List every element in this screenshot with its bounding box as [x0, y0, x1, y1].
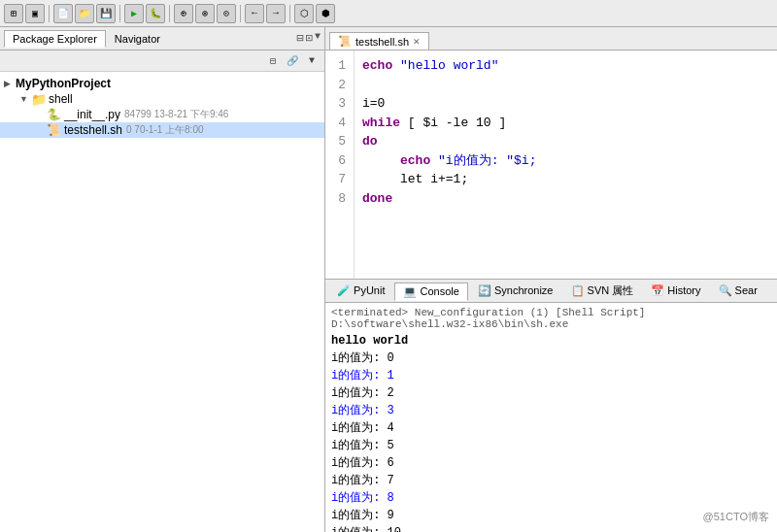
console-tab-console-label: Console: [421, 285, 459, 297]
tree-project[interactable]: ▶ MyPythonProject: [0, 76, 324, 91]
console-line-10: i的值为: 9: [331, 507, 771, 524]
file-init-label: __init__.py: [64, 108, 120, 121]
left-tabs: Package Explorer Navigator ⊟ ⊡ ▼: [0, 27, 324, 50]
maximize-icon[interactable]: ⊡: [306, 31, 313, 46]
collapse-all-btn[interactable]: ⊟: [264, 52, 282, 70]
code-do: do: [362, 134, 378, 149]
toolbar: ⊞ ▣ 📄 📁 💾 ▶ 🐛 ⊕ ⊗ ⊙ ← → ⬡ ⬢: [0, 0, 777, 27]
console-tab-svn-label: SVN 属性: [588, 284, 634, 296]
folder-arrow: ▼: [19, 94, 31, 104]
toolbar-sep-3: [169, 5, 170, 22]
tab-package-explorer[interactable]: Package Explorer: [4, 30, 106, 48]
toolbar-btn-open[interactable]: 📁: [75, 4, 94, 23]
toolbar-btn-save[interactable]: 💾: [96, 4, 116, 23]
console-icon: 💻: [403, 285, 417, 297]
console-line-8: i的值为: 7: [331, 472, 771, 489]
toolbar-btn-2[interactable]: ▣: [25, 4, 45, 23]
editor-tab-icon: 📜: [338, 35, 352, 48]
toolbar-btn-1[interactable]: ⊞: [4, 4, 23, 23]
line-num-8: 8: [329, 189, 346, 209]
tree-file-init[interactable]: 🐍 __init__.py 84799 13-8-21 下午9:46: [0, 107, 324, 122]
file-testshell-meta: 0 70-1-1 上午8:00: [126, 123, 204, 137]
history-icon: 📅: [651, 284, 664, 296]
right-panel: 📜 testshell.sh ✕ 1 2 3 4 5 6 7 8 echo "h…: [325, 27, 777, 532]
code-while-cond: [ $i -le 10 ]: [400, 116, 506, 130]
toolbar-btn-new[interactable]: 📄: [53, 4, 73, 23]
code-done: done: [362, 191, 392, 206]
toolbar-btn-7[interactable]: ⊙: [217, 4, 236, 23]
console-content: <terminated> New_configuration (1) [Shel…: [325, 303, 777, 532]
python-file-icon: 🐍: [47, 108, 62, 121]
toolbar-sep-5: [289, 5, 290, 22]
chevron-down-icon[interactable]: ▼: [315, 31, 321, 46]
console-tabs: 🧪 PyUnit 💻 Console 🔄 Synchronize 📋 SVN 属…: [325, 280, 777, 303]
folder-shell-label: shell: [49, 92, 73, 106]
toolbar-sep-2: [119, 5, 120, 22]
console-tab-sync-label: Synchronize: [494, 284, 554, 296]
file-testshell-label: testshell.sh: [64, 123, 122, 137]
toolbar-btn-debug[interactable]: 🐛: [146, 4, 165, 23]
editor-tab-testshell[interactable]: 📜 testshell.sh ✕: [329, 32, 429, 50]
console-tab-search[interactable]: 🔍 Sear: [711, 283, 765, 299]
left-tab-actions: ⊟ ⊡ ▼: [297, 31, 321, 46]
main-layout: Package Explorer Navigator ⊟ ⊡ ▼ ⊟ 🔗 ▼ ▶…: [0, 27, 777, 532]
console-tab-svn[interactable]: 📋 SVN 属性: [563, 282, 642, 300]
code-str-6: "i的值为: "$i;: [438, 153, 536, 168]
svn-icon: 📋: [571, 284, 585, 296]
console-line-2: i的值为: 1: [331, 367, 771, 384]
toolbar-btn-8[interactable]: ⬡: [294, 4, 314, 23]
search-icon: 🔍: [719, 284, 732, 296]
code-str-1: "hello world": [400, 58, 498, 73]
console-line-5: i的值为: 4: [331, 419, 771, 437]
tab-navigator-label: Navigator: [115, 33, 160, 45]
console-line-0: hello world: [331, 332, 771, 349]
code-editor[interactable]: 1 2 3 4 5 6 7 8 echo "hello world" i=0 w…: [325, 50, 777, 279]
project-label: MyPythonProject: [16, 77, 111, 90]
line-num-4: 4: [329, 114, 346, 133]
code-while: while: [362, 116, 400, 130]
toolbar-btn-back[interactable]: ←: [245, 4, 264, 23]
console-line-9: i的值为: 8: [331, 489, 771, 507]
toolbar-sep-1: [49, 5, 50, 22]
code-echo-1: echo: [362, 58, 392, 73]
tree-file-testshell[interactable]: 📜 testshell.sh 0 70-1-1 上午8:00: [0, 122, 324, 138]
editor-tab-label: testshell.sh: [355, 36, 409, 48]
code-let: let i+=1;: [362, 172, 468, 186]
toolbar-btn-run[interactable]: ▶: [124, 4, 144, 23]
toolbar-btn-5[interactable]: ⊕: [174, 4, 193, 23]
code-indent-6: [362, 153, 400, 168]
console-tab-history-label: History: [667, 284, 700, 296]
code-echo-6: echo: [400, 153, 430, 168]
editor-tabs: 📜 testshell.sh ✕: [325, 27, 777, 50]
menu-btn[interactable]: ▼: [303, 52, 321, 70]
toolbar-btn-6[interactable]: ⊗: [195, 4, 215, 23]
console-header: <terminated> New_configuration (1) [Shel…: [331, 307, 771, 330]
toolbar-btn-9[interactable]: ⬢: [316, 4, 335, 23]
console-line-6: i的值为: 5: [331, 437, 771, 454]
editor-area: 📜 testshell.sh ✕ 1 2 3 4 5 6 7 8 echo "h…: [325, 27, 777, 280]
tree-folder-shell[interactable]: ▼ 📁 shell: [0, 91, 324, 107]
console-tab-pyunit[interactable]: 🧪 PyUnit: [329, 283, 392, 299]
shell-file-icon: 📜: [47, 123, 62, 137]
console-tab-console[interactable]: 💻 Console: [394, 283, 467, 301]
tab-navigator[interactable]: Navigator: [106, 30, 169, 48]
tab-package-explorer-label: Package Explorer: [13, 33, 97, 45]
tab-close-btn[interactable]: ✕: [413, 37, 421, 47]
file-init-meta: 84799 13-8-21 下午9:46: [124, 108, 228, 121]
line-num-5: 5: [329, 132, 346, 151]
console-tab-search-label: Sear: [735, 284, 758, 296]
toolbar-btn-fwd[interactable]: →: [266, 4, 286, 23]
console-tab-history[interactable]: 📅 History: [643, 283, 708, 299]
minimize-icon[interactable]: ⊟: [297, 31, 304, 46]
line-num-6: 6: [329, 151, 346, 171]
expand-arrow: ▶: [4, 79, 16, 88]
file-tree: ▶ MyPythonProject ▼ 📁 shell 🐍 __init__.p…: [0, 72, 324, 532]
folder-icon: 📁: [31, 92, 47, 106]
console-area: 🧪 PyUnit 💻 Console 🔄 Synchronize 📋 SVN 属…: [325, 280, 777, 532]
link-editor-btn[interactable]: 🔗: [284, 52, 301, 70]
left-panel: Package Explorer Navigator ⊟ ⊡ ▼ ⊟ 🔗 ▼ ▶…: [0, 27, 325, 532]
line-num-7: 7: [329, 170, 346, 189]
console-line-3: i的值为: 2: [331, 384, 771, 402]
code-content[interactable]: echo "hello world" i=0 while [ $i -le 10…: [355, 50, 777, 279]
console-tab-sync[interactable]: 🔄 Synchronize: [470, 283, 561, 299]
